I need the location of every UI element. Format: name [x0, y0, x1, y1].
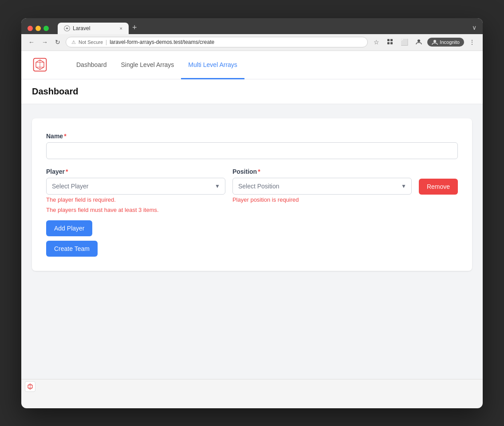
position-error: Player position is required: [232, 196, 412, 203]
bottom-laravel-icon: [27, 383, 34, 390]
browser-window: Laravel × + ∨ ← → ↻ ⚠ Not Secure | larav…: [21, 18, 483, 408]
tab-bar: Laravel × +: [58, 23, 469, 34]
app-nav: Dashboard Single Level Arrays Multi Leve…: [21, 51, 483, 79]
menu-btn[interactable]: ⋮: [467, 37, 477, 47]
position-select[interactable]: Select Position: [232, 178, 412, 195]
page-header: Dashboard: [21, 79, 483, 104]
tab-favicon-icon: [64, 25, 70, 31]
player-select-wrapper: Select Player ▼: [46, 178, 225, 195]
player-select[interactable]: Select Player: [46, 178, 225, 195]
position-label: Position*: [232, 168, 412, 175]
main-area: Name* Player* Sel: [21, 104, 483, 379]
incognito-icon: [432, 39, 438, 45]
player-error: The player field is required.: [46, 196, 225, 203]
name-label: Name*: [46, 133, 458, 140]
action-buttons: Add Player Create Team: [46, 220, 458, 257]
bottom-favicon: [25, 381, 35, 392]
extensions-btn[interactable]: [384, 37, 396, 48]
incognito-btn[interactable]: Incognito: [427, 38, 464, 47]
position-field: Position* Select Position ▼ Player posit…: [232, 168, 412, 203]
svg-point-6: [433, 40, 436, 43]
player-field: Player* Select Player ▼ The player field…: [46, 168, 225, 203]
tab-close-btn[interactable]: ×: [120, 26, 122, 31]
svg-rect-4: [390, 42, 393, 44]
nav-link-multi-level[interactable]: Multi Level Arrays: [181, 51, 244, 79]
puzzle-icon: [386, 38, 394, 45]
app-logo: [32, 57, 48, 73]
tab-title: Laravel: [73, 25, 90, 31]
page-title: Dashboard: [32, 86, 472, 97]
browser-tab[interactable]: Laravel ×: [58, 23, 129, 34]
expand-btn[interactable]: ∨: [472, 24, 476, 31]
traffic-lights: [28, 26, 49, 31]
not-secure-label: Not Secure: [79, 39, 103, 45]
player-row-container: Player* Select Player ▼ The player field…: [46, 168, 458, 203]
name-input[interactable]: [46, 142, 458, 159]
close-traffic-light[interactable]: [28, 26, 33, 31]
address-bar[interactable]: ⚠ Not Secure | laravel-form-arrays-demos…: [66, 37, 368, 47]
browser-titlebar: Laravel × + ∨: [21, 18, 483, 34]
nav-links: Dashboard Single Level Arrays Multi Leve…: [69, 51, 244, 79]
incognito-label: Incognito: [440, 39, 460, 45]
browser-bottom: [21, 379, 483, 394]
profile-icon: [415, 38, 422, 45]
url-text: laravel-form-arrays-demos.test/teams/cre…: [110, 39, 214, 45]
profile-btn[interactable]: [413, 37, 425, 48]
global-error: The players field must have at least 3 i…: [46, 207, 458, 213]
back-btn[interactable]: ←: [27, 38, 36, 47]
minimize-traffic-light[interactable]: [35, 26, 41, 31]
player-required: *: [66, 168, 68, 175]
maximize-traffic-light[interactable]: [43, 26, 49, 31]
forward-btn[interactable]: →: [40, 38, 50, 47]
nav-link-dashboard[interactable]: Dashboard: [69, 51, 114, 79]
add-player-btn[interactable]: Add Player: [46, 220, 92, 236]
warning-icon: ⚠: [71, 39, 76, 45]
player-label: Player*: [46, 168, 225, 175]
position-select-wrapper: Select Position ▼: [232, 178, 412, 195]
position-required: *: [258, 168, 260, 175]
new-tab-btn[interactable]: +: [129, 23, 141, 32]
remove-btn[interactable]: Remove: [419, 179, 458, 195]
app-content: Dashboard Single Level Arrays Multi Leve…: [21, 51, 483, 379]
svg-point-5: [417, 39, 420, 42]
svg-rect-1: [387, 39, 390, 41]
svg-rect-2: [390, 39, 393, 41]
browser-toolbar: ← → ↻ ⚠ Not Secure | laravel-form-arrays…: [21, 34, 483, 51]
player-row: Player* Select Player ▼ The player field…: [46, 168, 458, 203]
svg-rect-3: [387, 42, 390, 44]
divider: |: [106, 39, 107, 45]
nav-link-single-level[interactable]: Single Level Arrays: [114, 51, 181, 79]
name-group: Name*: [46, 133, 458, 159]
form-card: Name* Player* Sel: [32, 118, 472, 271]
bookmark-btn[interactable]: ☆: [371, 37, 382, 47]
browser-top: Laravel × + ∨: [28, 23, 476, 34]
laravel-logo-icon: [32, 57, 48, 73]
toolbar-actions: ☆ ⬜ Incog: [371, 37, 477, 48]
create-team-btn[interactable]: Create Team: [46, 241, 98, 257]
sidebar-btn[interactable]: ⬜: [398, 37, 410, 47]
refresh-btn[interactable]: ↻: [53, 38, 62, 47]
name-required: *: [64, 133, 66, 140]
